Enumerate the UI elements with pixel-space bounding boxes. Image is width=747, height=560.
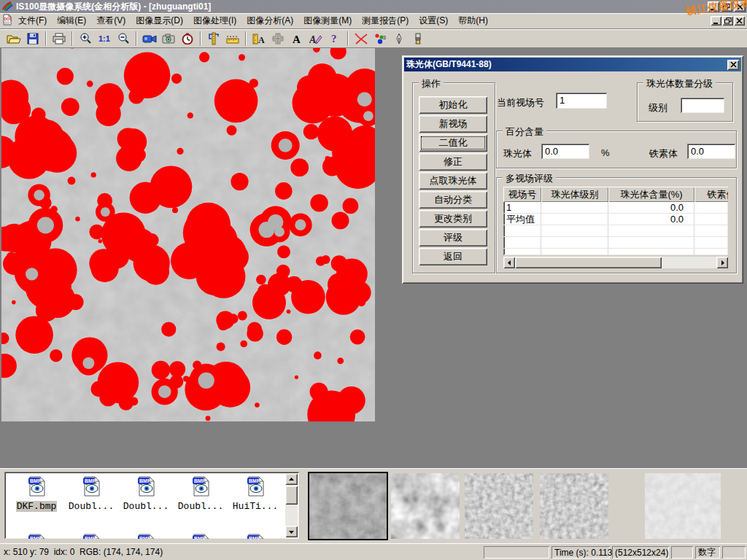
zoom-out-button[interactable] [114,30,133,47]
scroll-left-button[interactable] [503,257,515,268]
menu-item-9[interactable]: 设置(S) [414,13,453,28]
menu-item-10[interactable]: 帮助(H) [453,13,493,28]
micrograph-image[interactable] [1,48,375,421]
menu-item-6[interactable]: 图像分析(A) [241,13,298,28]
status-field-empty [722,546,746,559]
menu-item-1[interactable]: 文件(F) [13,13,52,28]
file-name[interactable]: Doubl... [177,501,224,512]
percent-input-2[interactable]: 0.0 [687,144,735,159]
op-button-3[interactable]: 二值化 [419,134,487,152]
text-button[interactable]: A [287,30,306,47]
scroll-track[interactable] [515,257,716,268]
table-header-cell[interactable]: 珠光体含量(%) [608,187,694,202]
op-button-5[interactable]: 点取珠光体 [419,172,487,190]
scroll-down-button[interactable] [285,526,298,537]
table-header-cell[interactable]: 珠光体级别 [541,187,608,202]
brush-button[interactable] [409,30,427,47]
ruler-button[interactable] [223,30,242,47]
table-cell: 0.0 [608,214,694,225]
actual-size-button[interactable]: 1:1 [95,30,114,47]
table-row[interactable] [503,225,728,237]
specimen-thumbnail-1[interactable] [309,473,387,539]
multi-view-table[interactable]: 视场号珠光体级别珠光体含量(%)铁素体含量(%)10.0平均值0.0 [503,187,728,255]
op-button-4[interactable]: 修正 [419,153,487,171]
op-button-9[interactable]: 返回 [419,248,487,265]
op-button-1[interactable]: 初始化 [419,96,487,114]
table-header-cell[interactable]: 铁素体含量(%) [694,187,728,202]
specimen-thumbnail-2[interactable] [391,473,460,539]
table-cell [694,249,728,255]
table-header-cell[interactable]: 视场号 [503,187,541,202]
menu-item-4[interactable]: 图像显示(D) [131,13,188,28]
menu-item-8[interactable]: 测量报告(P) [357,13,414,28]
table-row[interactable]: 10.0 [503,202,728,214]
file-item-row2[interactable]: BMP [10,533,63,539]
scroll-thumb[interactable] [285,486,298,505]
file-item-row2[interactable]: BMP [65,533,117,539]
grid-tool-button[interactable] [268,30,287,47]
table-row[interactable] [503,249,728,255]
file-item-Doubl...[interactable]: BMPDoubl... [174,475,227,512]
menu-item-2[interactable]: 编辑(E) [52,13,91,28]
specimen-thumbnail-5[interactable] [645,473,721,539]
curve-tool-button[interactable] [352,30,371,47]
file-name[interactable]: Doubl... [123,501,169,512]
file-name[interactable]: HuiTi... [232,501,279,512]
video-camera-button[interactable] [140,30,159,47]
print-button[interactable] [50,30,69,47]
table-cell [608,249,694,255]
menu-item-5[interactable]: 图像处理(I) [188,13,241,28]
menu-item-7[interactable]: 图像测量(M) [298,13,357,28]
table-cell [541,225,608,236]
file-item-row2[interactable]: BMP [229,533,282,539]
file-list-scrollbar[interactable] [285,473,298,537]
scroll-thumb[interactable] [515,257,662,268]
open-folder-button[interactable] [4,30,23,47]
file-item-Doubl...[interactable]: BMPDoubl... [65,475,117,512]
timer-button[interactable] [178,30,197,47]
file-item-HuiTi...[interactable]: BMPHuiTi... [229,475,282,512]
table-horizontal-scrollbar[interactable] [503,257,728,268]
menu-item-3[interactable]: 查看(V) [91,13,131,28]
pen-button[interactable] [390,30,409,47]
specimen-thumbnail-4[interactable] [540,473,608,539]
op-button-7[interactable]: 更改类别 [419,210,487,228]
grade-input[interactable] [681,98,724,113]
dialog-close-button[interactable] [727,60,739,70]
camera-button[interactable] [159,30,178,47]
save-button[interactable] [23,30,42,47]
dialog-titlebar[interactable]: 珠光体(GB/T9441-88) [404,58,741,71]
file-item-row2[interactable]: BMP [174,533,227,539]
table-cell [503,237,541,248]
current-field-input[interactable]: 1 [556,93,607,109]
file-item-DKF.bmp[interactable]: BMPDKF.bmp [10,475,63,512]
document-icon[interactable]: DOC [1,14,13,28]
scroll-up-button[interactable] [285,473,298,485]
zoom-in-button[interactable] [76,30,95,47]
mdi-restore-button[interactable] [722,16,733,26]
points-tool-button[interactable]: 3 [371,30,390,47]
specimen-thumbnail-3[interactable] [465,473,533,539]
file-name[interactable]: DKF.bmp [16,501,58,512]
table-cell [541,214,608,225]
toolbar-separator [200,31,201,46]
scroll-right-button[interactable] [716,257,728,268]
measure-text-button[interactable]: A [249,30,268,47]
grade-label: 级别 [649,101,667,114]
op-button-6[interactable]: 自动分类 [419,191,487,209]
mdi-close-button[interactable] [734,16,745,26]
help-button[interactable]: ? [325,30,344,47]
op-button-2[interactable]: 新视场 [419,115,487,133]
file-name[interactable]: Doubl... [68,501,115,512]
file-item-row2[interactable]: BMP [120,533,172,539]
percent-input-1[interactable]: 0.0 [541,144,589,159]
caliper-button[interactable] [204,30,223,47]
bmp-file-icon: BMP [244,489,266,499]
mdi-minimize-button[interactable] [711,16,721,26]
table-row[interactable]: 平均值0.0 [503,214,728,225]
file-item-Doubl...[interactable]: BMPDoubl... [120,475,172,512]
annotate-button[interactable]: A [306,30,325,47]
svg-text:BMP: BMP [194,536,206,539]
table-row[interactable] [503,237,728,249]
op-button-8[interactable]: 评级 [419,229,487,246]
